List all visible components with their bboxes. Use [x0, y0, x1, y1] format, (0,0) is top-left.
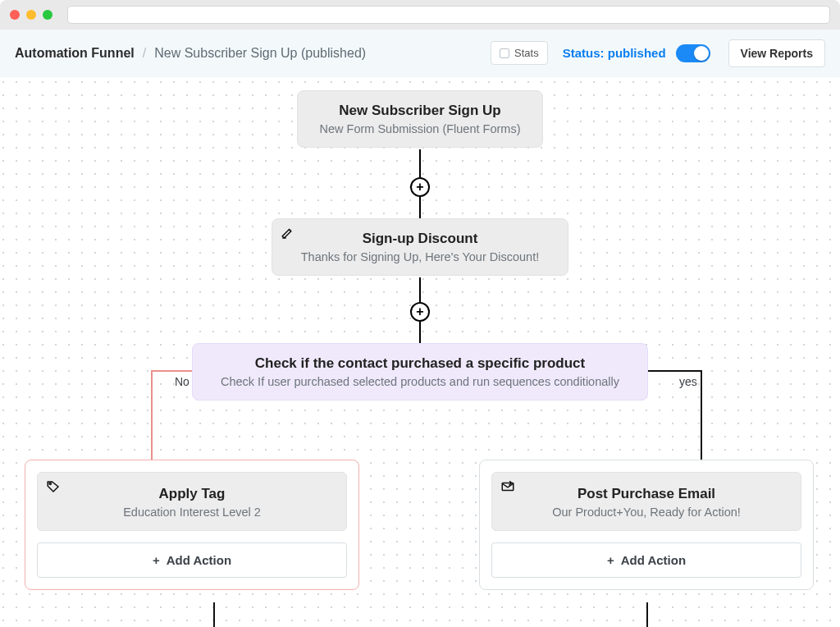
conditional-subtitle: Check If user purchased selected product…	[208, 375, 632, 388]
apply-tag-subtitle: Education Interest Level 2	[52, 506, 331, 519]
add-action-label: Add Action	[621, 553, 686, 567]
add-step-button[interactable]: +	[410, 302, 430, 322]
publish-toggle[interactable]	[676, 44, 710, 62]
trigger-subtitle: New Form Submission (Fluent Forms)	[313, 122, 527, 135]
trigger-title: New Subscriber Sign Up	[313, 103, 527, 119]
breadcrumb-current: New Subscriber Sign Up (published)	[154, 46, 366, 61]
no-branch-container: Apply Tag Education Interest Level 2 + A…	[25, 460, 359, 590]
connector-no	[151, 370, 153, 460]
close-window-icon[interactable]	[10, 10, 20, 20]
yes-branch-container: Post Purchase Email Our Product+You, Rea…	[479, 460, 814, 590]
add-action-button-yes[interactable]: + Add Action	[491, 542, 801, 578]
connector-yes	[648, 370, 702, 372]
plus-icon: +	[153, 553, 160, 567]
email-node-title: Sign-up Discount	[287, 231, 553, 247]
stats-toggle[interactable]: Stats	[491, 41, 548, 65]
page-header: Automation Funnel / New Subscriber Sign …	[0, 30, 840, 77]
email-node-subtitle: Thanks for Signing Up, Here's Your Disco…	[287, 250, 553, 263]
branch-no-label: No	[175, 375, 189, 388]
conditional-title: Check if the contact purchased a specifi…	[208, 355, 632, 372]
apply-tag-node[interactable]: Apply Tag Education Interest Level 2	[37, 472, 347, 531]
branch-yes-label: yes	[679, 375, 697, 388]
stats-label: Stats	[514, 47, 539, 59]
breadcrumb-separator: /	[143, 46, 146, 61]
compose-email-icon	[281, 226, 295, 240]
add-step-button[interactable]: +	[410, 177, 430, 197]
view-reports-button[interactable]: View Reports	[728, 39, 825, 67]
svg-point-0	[49, 483, 51, 484]
plus-icon: +	[607, 553, 614, 567]
plus-icon: +	[416, 305, 423, 318]
breadcrumb: Automation Funnel / New Subscriber Sign …	[15, 46, 366, 61]
minimize-window-icon[interactable]	[26, 10, 36, 20]
breadcrumb-root[interactable]: Automation Funnel	[15, 46, 135, 61]
post-purchase-subtitle: Our Product+You, Ready for Action!	[507, 506, 786, 519]
plus-icon: +	[416, 181, 423, 194]
apply-tag-title: Apply Tag	[52, 486, 331, 502]
connector	[419, 277, 421, 302]
funnel-canvas[interactable]: New Subscriber Sign Up New Form Submissi…	[0, 77, 840, 627]
post-purchase-title: Post Purchase Email	[507, 486, 786, 502]
connector	[213, 602, 215, 627]
connector-no	[151, 370, 192, 372]
connector	[646, 602, 648, 627]
window-titlebar	[0, 0, 840, 30]
connector	[419, 197, 421, 218]
traffic-lights	[10, 10, 52, 20]
add-action-button-no[interactable]: + Add Action	[37, 542, 347, 578]
checkbox-icon	[500, 48, 509, 58]
email-node[interactable]: Sign-up Discount Thanks for Signing Up, …	[272, 218, 568, 276]
status-label: Status: published	[563, 46, 666, 60]
trigger-node[interactable]: New Subscriber Sign Up New Form Submissi…	[297, 90, 543, 148]
connector	[419, 149, 421, 177]
post-purchase-email-node[interactable]: Post Purchase Email Our Product+You, Rea…	[491, 472, 801, 531]
add-action-label: Add Action	[167, 553, 231, 567]
maximize-window-icon[interactable]	[43, 10, 52, 20]
compose-email-icon	[500, 479, 515, 494]
connector-yes	[701, 370, 702, 460]
tag-icon	[46, 479, 61, 494]
address-bar[interactable]	[67, 6, 830, 24]
connector	[419, 322, 421, 343]
conditional-node[interactable]: Check if the contact purchased a specifi…	[192, 343, 648, 400]
